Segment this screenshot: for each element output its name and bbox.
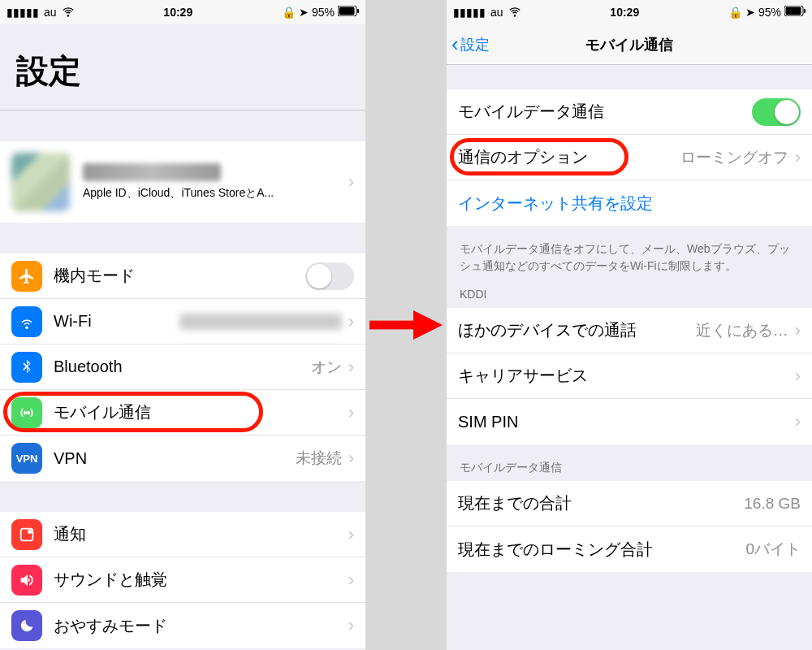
battery-percent: 95% bbox=[312, 6, 335, 19]
total-usage-label: 現在までの合計 bbox=[458, 492, 572, 514]
sounds-row[interactable]: サウンドと触覚 › bbox=[0, 557, 365, 603]
location-icon: ➤ bbox=[299, 6, 309, 19]
total-usage-value: 16.8 GB bbox=[744, 495, 801, 513]
wifi-icon bbox=[62, 5, 75, 20]
svg-rect-8 bbox=[786, 7, 801, 15]
dnd-label: おやすみモード bbox=[54, 615, 167, 637]
carrier-label: au bbox=[44, 6, 57, 19]
vpn-row[interactable]: VPN VPN 未接続 › bbox=[0, 436, 365, 481]
location-icon: ➤ bbox=[745, 6, 755, 19]
sim-pin-row[interactable]: SIM PIN › bbox=[447, 399, 812, 444]
moon-icon bbox=[11, 610, 42, 641]
vpn-icon: VPN bbox=[11, 443, 42, 474]
other-devices-label: ほかのデバイスでの通話 bbox=[458, 319, 637, 341]
chevron-right-icon: › bbox=[795, 147, 801, 168]
arrow-right-icon bbox=[369, 309, 443, 341]
svg-rect-2 bbox=[357, 9, 359, 13]
signal-icon: ▮▮▮▮▮ bbox=[453, 6, 486, 19]
chevron-right-icon: › bbox=[348, 448, 354, 469]
kddi-section-header: KDDI bbox=[447, 281, 812, 308]
lock-icon: 🔒 bbox=[282, 6, 296, 19]
airplane-toggle[interactable] bbox=[305, 262, 354, 290]
airplane-mode-row[interactable]: 機内モード bbox=[0, 254, 365, 299]
notifications-label: 通知 bbox=[54, 523, 86, 545]
chevron-right-icon: › bbox=[795, 320, 801, 341]
account-subtitle: Apple ID、iCloud、iTunes StoreとA... bbox=[83, 186, 342, 201]
svg-rect-9 bbox=[804, 9, 806, 13]
nav-bar: ‹ 設定 モバイル通信 bbox=[447, 24, 812, 65]
hotspot-label: インターネット共有を設定 bbox=[458, 193, 653, 214]
wifi-settings-icon bbox=[11, 306, 42, 337]
roaming-usage-value: 0バイト bbox=[745, 539, 801, 560]
chevron-right-icon: › bbox=[348, 171, 354, 193]
signal-icon: ▮▮▮▮▮ bbox=[6, 6, 39, 19]
roaming-usage-label: 現在までのローミング合計 bbox=[458, 539, 653, 561]
clock: 10:29 bbox=[521, 6, 728, 19]
svg-point-4 bbox=[28, 529, 32, 534]
chevron-right-icon: › bbox=[348, 570, 354, 591]
other-devices-value: 近くにある… bbox=[696, 320, 788, 341]
chevron-right-icon: › bbox=[795, 366, 801, 387]
status-bar: ▮▮▮▮▮ au 10:29 🔒 ➤ 95% bbox=[0, 0, 365, 24]
bluetooth-row[interactable]: Bluetooth オン › bbox=[0, 344, 365, 390]
carrier-services-row[interactable]: キャリアサービス › bbox=[447, 353, 812, 399]
chevron-right-icon: › bbox=[348, 402, 354, 423]
apple-id-row[interactable]: Apple ID、iCloud、iTunes StoreとA... › bbox=[0, 141, 365, 223]
avatar bbox=[11, 153, 70, 211]
svg-rect-1 bbox=[339, 7, 355, 15]
svg-rect-5 bbox=[369, 321, 421, 330]
sim-pin-label: SIM PIN bbox=[458, 413, 518, 431]
bluetooth-icon bbox=[11, 352, 42, 383]
status-bar: ▮▮▮▮▮ au 10:29 🔒 ➤ 95% bbox=[447, 0, 812, 24]
notifications-icon bbox=[11, 519, 42, 550]
airplane-label: 機内モード bbox=[54, 265, 135, 287]
data-usage-header: モバイルデータ通信 bbox=[447, 444, 812, 481]
mobile-label: モバイル通信 bbox=[54, 401, 151, 423]
mobile-data-toggle[interactable] bbox=[752, 98, 801, 126]
mobile-data-screen: ▮▮▮▮▮ au 10:29 🔒 ➤ 95% ‹ 設定 モバイル通信 モバイルデ… bbox=[447, 0, 812, 650]
wifi-icon bbox=[508, 5, 521, 20]
data-options-row[interactable]: 通信のオプション ローミングオフ › bbox=[447, 135, 812, 180]
carrier-services-label: キャリアサービス bbox=[458, 365, 588, 387]
dnd-row[interactable]: おやすみモード › bbox=[0, 603, 365, 648]
vpn-value: 未接続 bbox=[296, 448, 342, 469]
data-options-value: ローミングオフ bbox=[680, 147, 788, 168]
wifi-label: Wi-Fi bbox=[54, 312, 92, 331]
chevron-right-icon: › bbox=[348, 524, 354, 545]
roaming-usage-row: 現在までのローミング合計 0バイト bbox=[447, 526, 812, 572]
bluetooth-label: Bluetooth bbox=[54, 358, 123, 376]
mobile-data-label: モバイルデータ通信 bbox=[458, 101, 604, 123]
arrow-container bbox=[365, 0, 447, 650]
sounds-icon bbox=[11, 565, 42, 596]
settings-screen: ▮▮▮▮▮ au 10:29 🔒 ➤ 95% 設定 Apple ID、iClou… bbox=[0, 0, 365, 650]
hotspot-row[interactable]: インターネット共有を設定 bbox=[447, 180, 812, 226]
airplane-icon bbox=[11, 261, 42, 292]
sounds-label: サウンドと触覚 bbox=[54, 569, 167, 591]
battery-percent: 95% bbox=[758, 6, 781, 19]
data-options-label: 通信のオプション bbox=[458, 146, 588, 168]
notifications-row[interactable]: 通知 › bbox=[0, 512, 365, 557]
page-title: 設定 bbox=[0, 24, 365, 110]
lock-icon: 🔒 bbox=[728, 6, 742, 19]
clock: 10:29 bbox=[75, 6, 282, 19]
wifi-row[interactable]: Wi-Fi › bbox=[0, 299, 365, 344]
chevron-right-icon: › bbox=[348, 311, 354, 332]
total-usage-row: 現在までの合計 16.8 GB bbox=[447, 481, 812, 526]
vpn-label: VPN bbox=[54, 449, 87, 468]
mobile-data-toggle-row[interactable]: モバイルデータ通信 bbox=[447, 89, 812, 135]
other-devices-row[interactable]: ほかのデバイスでの通話 近くにある… › bbox=[447, 308, 812, 353]
mobile-data-footer: モバイルデータ通信をオフにして、メール、Webブラウズ、プッシュ通知などのすべて… bbox=[447, 226, 812, 281]
battery-icon bbox=[784, 6, 806, 19]
screen-title: モバイル通信 bbox=[447, 35, 812, 54]
wifi-value-blurred bbox=[179, 314, 342, 330]
svg-marker-6 bbox=[413, 310, 443, 340]
battery-icon bbox=[338, 6, 359, 19]
cellular-icon bbox=[11, 397, 42, 428]
bluetooth-value: オン bbox=[311, 357, 342, 378]
chevron-right-icon: › bbox=[795, 411, 801, 432]
mobile-data-row[interactable]: モバイル通信 › bbox=[0, 390, 365, 436]
account-name-blurred bbox=[83, 163, 221, 181]
chevron-right-icon: › bbox=[348, 357, 354, 378]
chevron-right-icon: › bbox=[348, 615, 354, 636]
carrier-label: au bbox=[490, 6, 503, 19]
